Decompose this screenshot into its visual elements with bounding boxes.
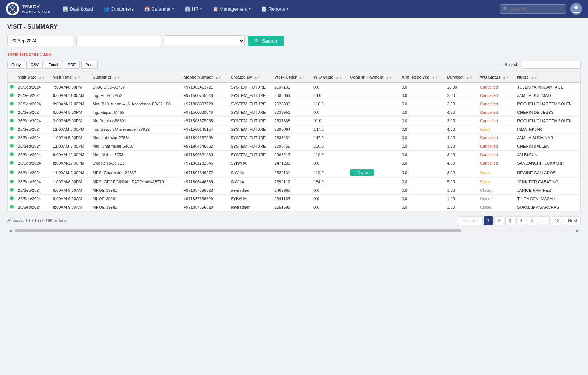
cell-nurse: SURMAINA SARCHAS [515,203,580,212]
table-search-input[interactable] [522,61,581,69]
col-header-amt-received[interactable]: Amt. Received ▲▼ [399,72,445,83]
total-records: Total Records : 166 [7,51,581,57]
text-filter-input[interactable] [76,36,161,46]
cell-work-order: 2471231 [272,159,311,167]
horizontal-scroll-bar: ◀ ▶ [7,227,581,234]
page-3-button[interactable]: 3 [505,216,515,225]
col-header-mobile[interactable]: Mobile Number ▲▼ [182,72,229,83]
user-avatar[interactable] [570,3,582,15]
page-1-button[interactable]: 1 [484,216,494,225]
col-header-nurse[interactable]: Nurse ▲▼ [515,72,580,83]
nav-customers[interactable]: 👥 Customers [99,0,138,18]
cell-duration: 5.00 [445,178,478,186]
cell-customer: DRA. OKO-33737 [90,83,182,91]
cell-work-order: 2036951 [272,108,311,117]
page-2-button[interactable]: 2 [494,216,504,225]
cell-duration: 3.00 [445,167,478,178]
col-header-duration[interactable]: Duration ▲▼ [445,72,478,83]
page-4-button[interactable]: 4 [516,216,526,225]
nav-search-input[interactable] [510,6,563,12]
nav-hr[interactable]: 👔 HR ▾ [180,0,207,18]
row-indicator [10,127,14,131]
nav-search-box[interactable]: 🔍 [500,4,566,14]
table-search-label: Search: [505,61,581,69]
col-header-visit-date[interactable]: Visit Date ▲▼ [16,72,51,83]
cell-amt-received: 0.0 [399,100,445,108]
cell-confirm-payment [348,195,399,203]
chevron-down-icon: ▾ [200,7,202,11]
confirm-payment-button[interactable]: ✓ Confirm [350,169,374,176]
previous-page-button[interactable]: Previous [458,216,483,225]
col-header-indicator [8,72,16,83]
page-content: VISIT - SUMMARY 🔍 Search Total Records :… [0,18,588,240]
cell-wo-status: Cancelled [478,100,515,108]
cell-confirm-payment [348,142,399,151]
cell-confirm-payment [348,178,399,186]
page-5-button[interactable]: 5 [527,216,537,225]
search-button[interactable]: 🔍 Search [248,36,284,46]
cell-nurse: ROCHELLE HAREEN SOLEN [515,117,580,125]
scroll-track[interactable] [15,229,573,232]
brand[interactable]: TRACK WORKFORCE [6,2,51,15]
cell-wo-value: 91.0 [311,117,348,125]
cell-duration: 3.00 [445,100,478,108]
nav-management[interactable]: 📋 Management ▾ [208,0,255,18]
row-indicator [10,110,14,114]
pagination-info: Showing 1 to 15 of 166 entries [7,218,67,223]
excel-button[interactable]: Excel [44,61,62,69]
cell-amt-received: 0.0 [399,125,445,134]
cell-visit-date: 26/Sep/2024 [16,167,51,178]
cell-visit-date: 26/Sep/2024 [16,83,51,91]
cell-work-order: 2697131 [272,83,311,91]
print-button[interactable]: Print [81,61,98,69]
cell-visit-time: 7:00AM-8:00PM [51,83,90,91]
cell-wo-value: 110.0 [311,151,348,159]
scroll-left-arrow[interactable]: ◀ [7,227,14,234]
col-header-work-order[interactable]: Work Order ▲▼ [272,72,311,83]
cell-mobile: +971904646052 [182,142,229,151]
cell-customer: Ing. Mapan-M455 [90,108,182,117]
csv-button[interactable]: CSV [26,61,43,69]
scroll-right-arrow[interactable]: ▶ [574,227,581,234]
chevron-down-icon: ▾ [172,7,174,11]
cell-created-by: SYSTEM_FUTURE [228,117,272,125]
hr-icon: 👔 [184,6,190,12]
page-title: VISIT - SUMMARY [7,24,581,30]
page-12-button[interactable]: 12 [551,216,563,225]
col-header-wo-status[interactable]: WO Status ▲▼ [478,72,515,83]
col-header-created-by[interactable]: Created By ▲▼ [228,72,272,83]
cell-created-by: SYSTEM_FUTURE [228,125,272,134]
pdf-button[interactable]: PDF [64,61,80,69]
row-indicator [10,170,14,174]
cell-created-by: SYSTEM_FUTURE [228,134,272,142]
next-page-button[interactable]: Next [564,216,581,225]
cell-customer: Mrs. Mabar-37984 [90,151,182,159]
table-header-row: Visit Date ▲▼ Visit Time ▲▼ Customer ▲▼ … [8,72,580,83]
cell-amt-received: 0.0 [399,159,445,167]
cell-mobile: +971500755648 [182,91,229,100]
col-header-visit-time[interactable]: Visit Time ▲▼ [51,72,90,83]
cell-confirm-payment [348,108,399,117]
row-indicator [10,136,14,139]
row-indicator-cell [8,108,16,117]
cell-work-order: 2641163 [272,195,311,203]
data-table-wrapper: Visit Date ▲▼ Visit Time ▲▼ Customer ▲▼ … [7,72,581,212]
cell-wo-value: 0.0 [311,186,348,195]
nav-reports[interactable]: 📄 Reports ▾ [257,0,293,18]
cell-work-order: 2699112 [272,178,311,186]
date-filter-input[interactable] [7,36,74,46]
cell-mobile: +971887666528 [182,186,229,195]
table-row: 26/Sep/2024 11:00AM-2:00PM Mrs. Charmain… [8,142,580,151]
cell-confirm-payment [348,186,399,195]
nav-calendar[interactable]: 📅 Calendar ▾ [140,0,179,18]
cell-mobile: +971887666529 [182,195,229,203]
status-filter-select[interactable] [164,35,245,46]
navbar: TRACK WORKFORCE 📊 Dashboard 👥 Customers … [0,0,588,18]
col-header-wo-value[interactable]: W O Value ▲▼ [311,72,348,83]
col-header-confirm-payment[interactable]: Confirm Payment ▲▼ [348,72,399,83]
col-header-customer[interactable]: Customer ▲▼ [90,72,182,83]
copy-button[interactable]: Copy [7,61,25,69]
nav-dashboard[interactable]: 📊 Dashboard [58,0,98,18]
cell-amt-received: 0.0 [399,167,445,178]
chevron-down-icon: ▾ [287,7,288,11]
